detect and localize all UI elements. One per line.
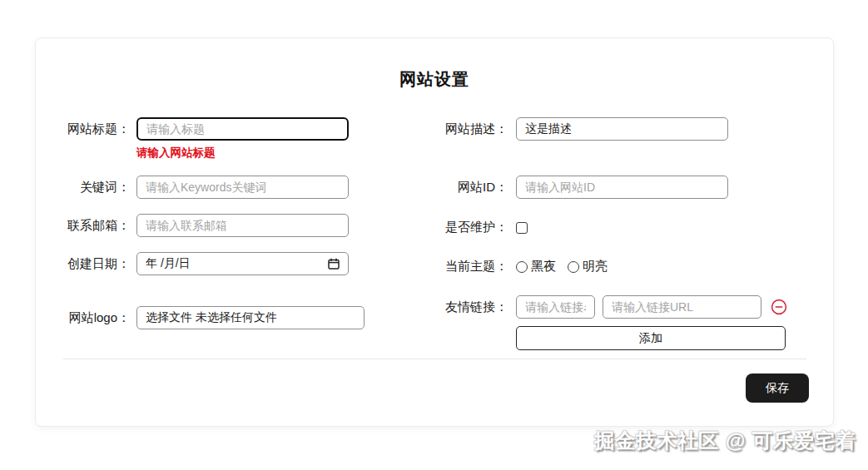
theme-row: 当前主题： 黑夜 明亮 xyxy=(441,259,787,275)
theme-dark-label: 黑夜 xyxy=(531,259,556,275)
email-row: 联系邮箱： xyxy=(63,214,365,237)
logo-file-input[interactable]: 选择文件 未选择任何文件 xyxy=(136,306,365,329)
create-date-input[interactable]: 年 /月/日 xyxy=(136,252,349,275)
friend-links-label: 友情链接： xyxy=(441,299,508,315)
site-title-label: 网站标题： xyxy=(63,121,130,137)
theme-option-light[interactable]: 明亮 xyxy=(568,259,608,275)
file-input-text: 选择文件 未选择任何文件 xyxy=(146,310,277,325)
link-url-input[interactable] xyxy=(603,295,761,319)
form-column-left: 网站标题： 请输入网站标题 关键词： 联系邮箱： 创建日期： 年 /月/日 xyxy=(63,117,365,329)
email-label: 联系邮箱： xyxy=(63,218,130,234)
keywords-input[interactable] xyxy=(136,176,349,199)
logo-row: 网站logo： 选择文件 未选择任何文件 xyxy=(63,306,365,329)
logo-label: 网站logo： xyxy=(63,310,130,326)
site-title-input[interactable] xyxy=(136,117,349,141)
theme-option-dark[interactable]: 黑夜 xyxy=(516,259,556,275)
page-title: 网站设置 xyxy=(36,68,833,91)
save-button[interactable]: 保存 xyxy=(746,374,809,403)
description-input[interactable] xyxy=(516,117,728,141)
site-id-input[interactable] xyxy=(516,176,728,199)
site-id-label: 网站ID： xyxy=(441,180,508,195)
create-date-label: 创建日期： xyxy=(63,256,130,272)
link-name-input[interactable] xyxy=(516,295,595,319)
form-column-right: 网站描述： 网站ID： 是否维护： 当前主题： 黑夜 明亮 友情链接： xyxy=(441,117,787,350)
calendar-icon[interactable] xyxy=(328,258,340,270)
settings-card: 网站设置 网站标题： 请输入网站标题 关键词： 联系邮箱： 创建日期： 年 /月… xyxy=(35,37,834,427)
description-label: 网站描述： xyxy=(441,121,508,137)
theme-label: 当前主题： xyxy=(441,259,508,275)
watermark-text: 掘金技术社区 @ 可乐爱宅着 xyxy=(594,428,856,454)
create-date-row: 创建日期： 年 /月/日 xyxy=(63,252,365,275)
site-id-row: 网站ID： xyxy=(441,176,787,199)
description-row: 网站描述： xyxy=(441,117,787,141)
maintenance-checkbox[interactable] xyxy=(516,222,528,234)
theme-radio-dark[interactable] xyxy=(516,261,528,273)
theme-radio-light[interactable] xyxy=(568,261,579,273)
add-link-row: 添加 xyxy=(441,326,787,350)
keywords-row: 关键词： xyxy=(63,176,365,199)
friend-links-row: 友情链接： xyxy=(441,295,787,319)
add-link-button[interactable]: 添加 xyxy=(516,326,786,350)
theme-light-label: 明亮 xyxy=(583,259,608,275)
remove-link-button[interactable] xyxy=(771,299,787,315)
keywords-label: 关键词： xyxy=(63,180,130,195)
site-title-error: 请输入网站标题 xyxy=(136,146,365,160)
maintenance-row: 是否维护： xyxy=(441,220,787,235)
date-value: 年 /月/日 xyxy=(146,256,191,271)
site-title-row: 网站标题： xyxy=(63,117,365,141)
email-input[interactable] xyxy=(136,214,349,237)
maintenance-label: 是否维护： xyxy=(441,220,508,235)
footer-divider xyxy=(63,359,806,359)
minus-circle-icon xyxy=(771,299,787,315)
